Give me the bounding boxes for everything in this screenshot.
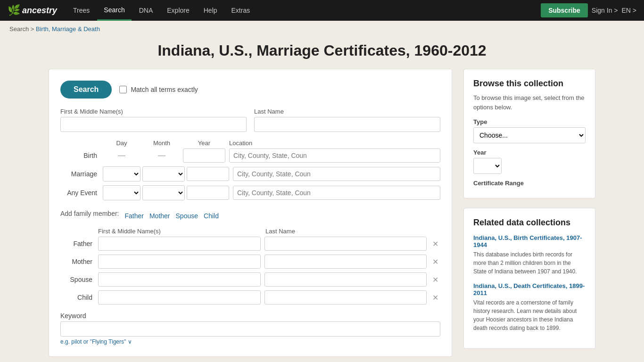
related-title: Related data collections xyxy=(473,218,586,228)
breadcrumb: Search > Birth, Marriage & Death xyxy=(0,21,644,37)
marriage-month-select[interactable] xyxy=(142,166,185,181)
marriage-location-input[interactable] xyxy=(233,167,440,181)
marriage-row-label: Marriage xyxy=(60,170,103,178)
main-content: Search Match all terms exactly First & M… xyxy=(39,69,605,362)
nav-search[interactable]: Search xyxy=(97,0,131,21)
mother-label: Mother xyxy=(60,258,98,265)
nav-right: Subscribe Sign In > EN > xyxy=(541,3,636,17)
nav-links: Trees Search DNA Explore Help Extras xyxy=(66,0,539,21)
any-event-location-input[interactable] xyxy=(233,186,440,200)
location-col-header: Location xyxy=(225,140,440,147)
birth-year-input[interactable] xyxy=(183,148,225,163)
any-event-year-input[interactable] xyxy=(187,186,229,200)
match-exact-checkbox[interactable] xyxy=(119,86,127,93)
year-field-label: Year xyxy=(473,149,586,156)
nav-trees[interactable]: Trees xyxy=(66,1,96,20)
name-row: First & Middle Name(s) Last Name xyxy=(60,108,440,132)
related-item-birth: Indiana, U.S., Birth Certificates, 1907-… xyxy=(473,234,586,276)
add-spouse-link[interactable]: Spouse xyxy=(176,212,198,220)
logo-text: ancestry xyxy=(22,6,57,16)
keyword-hint[interactable]: e.g. pilot or "Flying Tigers" ∨ xyxy=(60,338,440,345)
last-name-label: Last Name xyxy=(254,108,440,115)
related-link-death[interactable]: Indiana, U.S., Death Certificates, 1899-… xyxy=(473,282,586,296)
related-box: Related data collections Indiana, U.S., … xyxy=(463,208,595,349)
first-name-label: First & Middle Name(s) xyxy=(60,108,247,115)
type-field-label: Type xyxy=(473,118,586,125)
match-exact-text: Match all terms exactly xyxy=(131,86,198,93)
related-desc-death: Vital records are a cornerstone of famil… xyxy=(473,298,586,332)
keyword-input[interactable] xyxy=(60,321,440,337)
add-child-link[interactable]: Child xyxy=(204,212,219,220)
subscribe-button[interactable]: Subscribe xyxy=(541,3,588,17)
year-col-header: Year xyxy=(183,140,225,147)
ancestry-leaf-icon: 🌿 xyxy=(8,4,20,16)
any-event-row-label: Any Event xyxy=(60,189,103,197)
spouse-last-input[interactable] xyxy=(264,272,427,287)
marriage-day-select[interactable] xyxy=(103,166,140,181)
father-first-input[interactable] xyxy=(98,237,261,251)
related-desc-birth: This database includes birth records for… xyxy=(473,250,586,276)
type-select[interactable]: Choose... xyxy=(473,127,586,143)
nav-explore[interactable]: Explore xyxy=(160,1,196,20)
child-last-input[interactable] xyxy=(264,290,427,304)
father-remove-button[interactable]: ✕ xyxy=(430,239,440,249)
family-table-header: First & Middle Name(s) Last Name xyxy=(60,228,440,237)
browse-title: Browse this collection xyxy=(473,79,586,89)
last-name-group: Last Name xyxy=(254,108,440,132)
language-selector[interactable]: EN > xyxy=(621,7,636,14)
birth-location-input[interactable] xyxy=(229,148,440,163)
marriage-date-row: Marriage xyxy=(60,166,440,181)
browse-box: Browse this collection To browse this im… xyxy=(463,69,595,198)
child-row: Child ✕ xyxy=(60,290,440,304)
child-remove-button[interactable]: ✕ xyxy=(430,292,440,303)
mother-remove-button[interactable]: ✕ xyxy=(430,256,440,267)
page-title: Indiana, U.S., Marriage Certificates, 19… xyxy=(0,37,644,69)
birth-day-dash: — xyxy=(103,151,140,160)
first-name-input[interactable] xyxy=(60,117,247,132)
keyword-label: Keyword xyxy=(60,312,440,320)
add-mother-link[interactable]: Mother xyxy=(149,212,170,220)
spouse-remove-button[interactable]: ✕ xyxy=(430,274,440,285)
mother-last-input[interactable] xyxy=(264,255,427,269)
nav-help[interactable]: Help xyxy=(197,1,224,20)
add-father-link[interactable]: Father xyxy=(124,212,143,220)
mother-row: Mother ✕ xyxy=(60,255,440,269)
mother-first-input[interactable] xyxy=(98,255,261,269)
father-label: Father xyxy=(60,240,98,247)
spouse-row: Spouse ✕ xyxy=(60,272,440,287)
birth-date-row: Birth — — xyxy=(60,148,440,163)
birth-row-label: Birth xyxy=(60,152,103,159)
keyword-section: Keyword e.g. pilot or "Flying Tigers" ∨ xyxy=(60,312,440,345)
family-first-col-header: First & Middle Name(s) xyxy=(98,228,262,235)
browse-description: To browse this image set, select from th… xyxy=(473,93,586,112)
any-event-day-select[interactable] xyxy=(103,185,140,200)
breadcrumb-link[interactable]: Birth, Marriage & Death xyxy=(36,25,100,33)
family-last-col-header: Last Name xyxy=(265,228,429,235)
any-event-month-select[interactable] xyxy=(142,185,185,200)
add-family-links: Father Mother Spouse Child xyxy=(124,212,218,220)
father-last-input[interactable] xyxy=(264,237,427,251)
day-col-header: Day xyxy=(103,140,140,147)
search-button[interactable]: Search xyxy=(60,81,112,99)
birth-month-dash: — xyxy=(140,151,183,160)
spouse-first-input[interactable] xyxy=(98,272,261,287)
year-select[interactable] xyxy=(473,158,502,174)
month-col-header: Month xyxy=(140,140,183,147)
nav-dna[interactable]: DNA xyxy=(132,1,160,20)
search-panel: Search Match all terms exactly First & M… xyxy=(49,69,452,357)
cert-range-label: Certificate Range xyxy=(473,180,586,187)
child-first-input[interactable] xyxy=(98,290,261,304)
add-family-section: Add family member: Father Mother Spouse … xyxy=(60,210,440,304)
any-event-date-row: Any Event xyxy=(60,185,440,200)
marriage-year-input[interactable] xyxy=(187,167,229,181)
child-label: Child xyxy=(60,294,98,301)
signin-link[interactable]: Sign In > xyxy=(592,7,618,14)
related-link-birth[interactable]: Indiana, U.S., Birth Certificates, 1907-… xyxy=(473,234,586,248)
match-exact-label[interactable]: Match all terms exactly xyxy=(119,86,198,93)
last-name-input[interactable] xyxy=(254,117,440,132)
logo[interactable]: 🌿 ancestry xyxy=(8,4,57,16)
add-family-label: Add family member: xyxy=(60,210,119,217)
top-navigation: 🌿 ancestry Trees Search DNA Explore Help… xyxy=(0,0,644,21)
nav-extras[interactable]: Extras xyxy=(225,1,257,20)
breadcrumb-base: Search xyxy=(9,25,29,33)
